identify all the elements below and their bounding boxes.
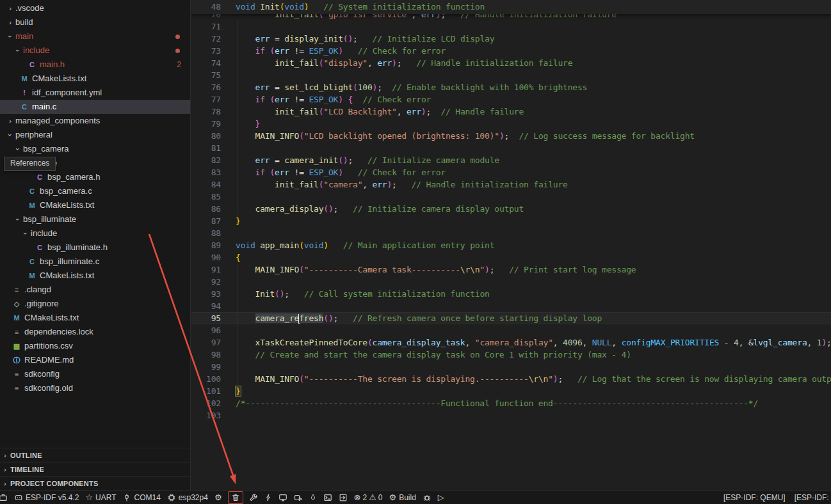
status-item-uart-mode[interactable]: ☆UART xyxy=(82,491,119,504)
line-number[interactable]: 92 xyxy=(191,276,221,288)
status-item-settings[interactable]: ⚙ xyxy=(211,491,225,504)
line-number[interactable]: 98 xyxy=(191,349,221,361)
code-line-83[interactable]: 83 if (err != ESP_OK) // Check for error xyxy=(191,166,831,178)
line-number[interactable]: 81 xyxy=(191,142,221,154)
code-line-78[interactable]: 78 init_fail("LCD Backlight", err); // H… xyxy=(191,106,831,118)
code-line-71[interactable]: 71 xyxy=(191,20,831,33)
panel-header-outline[interactable]: ›OUTLINE xyxy=(0,448,190,462)
status-item-debug[interactable] xyxy=(419,491,435,504)
tree-item-bsp-camera[interactable]: ›bsp_camera xyxy=(0,142,190,156)
code-line-93[interactable]: 93 Init(); // Call system initialization… xyxy=(191,288,831,300)
code-line-88[interactable]: 88 xyxy=(191,227,831,239)
tree-item-clangd[interactable]: ≡.clangd xyxy=(0,283,190,297)
line-number[interactable]: 93 xyxy=(191,288,221,300)
tree-item-include[interactable]: ›include xyxy=(0,226,190,240)
sticky-line-48[interactable]: 48void Init(void) // System initializati… xyxy=(191,0,831,14)
tree-item-cmakelists-txt[interactable]: MCMakeLists.txt xyxy=(0,198,190,212)
status-item-esp-idf-qemu[interactable]: [ESP-IDF: QEMU] xyxy=(723,493,786,502)
tree-item-cmakelists-txt[interactable]: MCMakeLists.txt xyxy=(0,72,190,86)
code-line-89[interactable]: 89void app_main(void) // Main applicatio… xyxy=(191,239,831,251)
tree-item-bsp-camera-c[interactable]: Cbsp_camera.c xyxy=(0,184,190,198)
tree-item-bsp-camera-h[interactable]: Cbsp_camera.h xyxy=(0,170,190,184)
status-item-run[interactable]: ▷ xyxy=(435,491,448,504)
status-item-monitor[interactable] xyxy=(275,491,291,504)
code-line-87[interactable]: 87} xyxy=(191,215,831,227)
tree-item-bsp-illuminate[interactable]: ›bsp_illuminate xyxy=(0,212,190,226)
line-number[interactable]: 100 xyxy=(191,373,221,385)
line-number[interactable]: 72 xyxy=(191,33,221,45)
tree-item-build[interactable]: ›build xyxy=(0,15,190,29)
tree-item-idf-component-yml[interactable]: !idf_component.yml xyxy=(0,86,190,100)
code-line-79[interactable]: 79 } xyxy=(191,118,831,130)
line-number[interactable]: 80 xyxy=(191,130,221,142)
code-line-80[interactable]: 80 MAIN_INFO("LCD backlight opened (brig… xyxy=(191,130,831,142)
status-item-esp-idf-version[interactable]: ESP-IDF v5.4.2 xyxy=(11,491,82,504)
line-number[interactable]: 48 xyxy=(191,0,221,14)
code-line-96[interactable]: 96 xyxy=(191,324,831,336)
line-number[interactable]: 74 xyxy=(191,57,221,69)
status-item-idf-terminal[interactable] xyxy=(320,491,335,504)
tree-item-partitions-csv[interactable]: ▦partitions.csv xyxy=(0,339,190,353)
status-item-new-terminal[interactable] xyxy=(335,491,351,504)
tree-item-cmakelists-txt[interactable]: MCMakeLists.txt xyxy=(0,311,190,325)
line-number[interactable]: 91 xyxy=(191,264,221,276)
line-number[interactable]: 87 xyxy=(191,215,221,227)
status-item-flash[interactable] xyxy=(261,491,275,504)
code-line-77[interactable]: 77 if (err != ESP_OK) { // Check error xyxy=(191,93,831,106)
status-item-cmake-build[interactable]: ⚙Build xyxy=(385,491,419,504)
status-item-com-port[interactable]: COM14 xyxy=(119,491,163,504)
code-line-100[interactable]: 100 MAIN_INFO("----------The screen is d… xyxy=(191,373,831,385)
code-line-91[interactable]: 91 MAIN_INFO("----------Camera task-----… xyxy=(191,264,831,276)
line-number[interactable]: 94 xyxy=(191,300,221,312)
line-number[interactable]: 95 xyxy=(191,312,221,324)
tree-item-gitignore[interactable]: ◇.gitignore xyxy=(0,297,190,311)
tree-item-readme-md[interactable]: ⓘREADME.md xyxy=(0,353,190,367)
code-line-102[interactable]: 102/*-----------------------------------… xyxy=(191,397,831,409)
tree-item-vscode[interactable]: ›.vscode xyxy=(0,1,190,15)
line-number[interactable]: 88 xyxy=(191,227,221,239)
line-number[interactable]: 101 xyxy=(191,385,221,397)
line-number[interactable]: 97 xyxy=(191,336,221,349)
tree-item-main[interactable]: ›main xyxy=(0,29,190,43)
status-item-device-target[interactable]: esp32p4 xyxy=(164,491,211,504)
line-number[interactable]: 90 xyxy=(191,251,221,264)
code-line-75[interactable]: 75 xyxy=(191,69,831,81)
code-line-72[interactable]: 72 err = display_init(); // Initialize L… xyxy=(191,33,831,45)
code-line-94[interactable]: 94 xyxy=(191,300,831,312)
line-number[interactable]: 83 xyxy=(191,166,221,178)
panel-header-project-components[interactable]: ›PROJECT COMPONENTS xyxy=(0,476,190,490)
line-number[interactable]: 102 xyxy=(191,397,221,409)
line-number[interactable]: 71 xyxy=(191,20,221,33)
code-line-90[interactable]: 90{ xyxy=(191,251,831,264)
line-number[interactable]: 84 xyxy=(191,178,221,191)
code-line-86[interactable]: 86 camera_display(); // Initialize camer… xyxy=(191,203,831,215)
tree-item-managed-components[interactable]: ›managed_components xyxy=(0,114,190,128)
line-number[interactable]: 76 xyxy=(191,81,221,93)
status-item-workspace[interactable] xyxy=(0,491,11,504)
code-line-92[interactable]: 92 xyxy=(191,276,831,288)
code-line-98[interactable]: 98 // Create and start the camera displa… xyxy=(191,349,831,361)
code-lines[interactable]: 70 init_fail("gpio isr service", err); /… xyxy=(191,8,831,421)
code-line-84[interactable]: 84 init_fail("camera", err); // Handle i… xyxy=(191,178,831,191)
line-number[interactable]: 85 xyxy=(191,191,221,203)
line-number[interactable]: 96 xyxy=(191,324,221,336)
code-line-103[interactable]: 103 xyxy=(191,409,831,421)
code-line-82[interactable]: 82 err = camera_init(); // Initialize ca… xyxy=(191,154,831,166)
code-line-95[interactable]: 95 camera_refresh(); // Refresh camera o… xyxy=(191,312,831,324)
code-line-99[interactable]: 99 xyxy=(191,361,831,373)
tree-item-bsp-illuminate-c[interactable]: Cbsp_illuminate.c xyxy=(0,255,190,269)
line-number[interactable]: 99 xyxy=(191,361,221,373)
line-number[interactable]: 73 xyxy=(191,45,221,57)
status-item-build-flash-monitor[interactable] xyxy=(306,491,320,504)
code-line-74[interactable]: 74 init_fail("display", err); // Handle … xyxy=(191,57,831,69)
tree-item-cmakelists-txt[interactable]: MCMakeLists.txt xyxy=(0,269,190,283)
line-number[interactable]: 103 xyxy=(191,409,221,421)
tree-item-main-c[interactable]: Cmain.c xyxy=(0,100,190,114)
line-number[interactable]: 82 xyxy=(191,154,221,166)
tree-item-sdkconfig-old[interactable]: ≡sdkconfig.old xyxy=(0,381,190,395)
line-number[interactable]: 77 xyxy=(191,93,221,106)
code-line-97[interactable]: 97 xTaskCreatePinnedToCore(camera_displa… xyxy=(191,336,831,349)
code-line-101[interactable]: 101} xyxy=(191,385,831,397)
code-line-81[interactable]: 81 xyxy=(191,142,831,154)
code-editor[interactable]: 70 init_fail("gpio isr service", err); /… xyxy=(191,0,831,490)
